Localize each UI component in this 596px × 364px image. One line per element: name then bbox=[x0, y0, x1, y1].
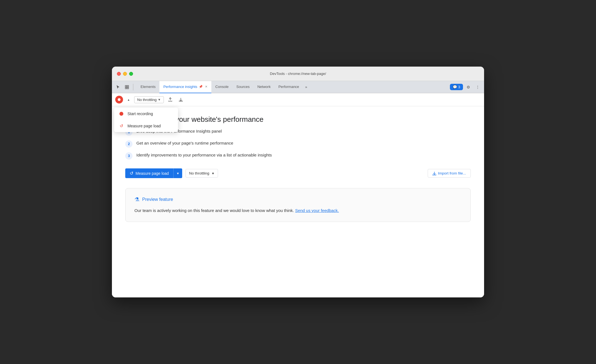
measure-page-load-item[interactable]: ↺ Measure page load bbox=[114, 120, 178, 132]
step-item: 3 Identify improvements to your performa… bbox=[125, 152, 471, 160]
download-icon[interactable] bbox=[177, 95, 185, 104]
record-caret-button[interactable]: ▲ bbox=[125, 96, 132, 103]
main-content: Get insights on your website's performan… bbox=[112, 106, 484, 297]
step-item: 2 Get an overview of your page's runtime… bbox=[125, 140, 471, 148]
chat-icon: 💬 bbox=[453, 85, 457, 89]
reload-btn-icon: ↺ bbox=[130, 171, 133, 176]
tab-console[interactable]: Console bbox=[211, 81, 232, 93]
more-tabs-button[interactable]: » bbox=[303, 85, 309, 89]
throttle-arrow-icon: ▼ bbox=[212, 172, 215, 175]
step-number-2: 2 bbox=[125, 140, 132, 148]
tab-elements[interactable]: Elements bbox=[137, 81, 159, 93]
record-indicator-icon bbox=[119, 111, 124, 117]
record-button[interactable] bbox=[115, 96, 123, 103]
svg-rect-2 bbox=[125, 87, 127, 89]
tab-close-icon[interactable]: ✕ bbox=[205, 85, 207, 89]
maximize-button[interactable] bbox=[129, 72, 133, 76]
dropdown-arrow-icon: ▼ bbox=[158, 98, 161, 101]
feedback-link[interactable]: Send us your feedback. bbox=[295, 208, 339, 213]
traffic-lights bbox=[117, 72, 133, 76]
actions-row: ↺ Measure page load ▼ No throttling ▼ Im… bbox=[125, 168, 471, 178]
close-button[interactable] bbox=[117, 72, 121, 76]
inspect-icon[interactable] bbox=[123, 83, 131, 91]
upload-icon[interactable] bbox=[166, 95, 174, 104]
window-title: DevTools - chrome://new-tab-page/ bbox=[270, 72, 326, 76]
preview-header: ⚗ Preview feature bbox=[134, 196, 462, 203]
cursor-icon[interactable] bbox=[114, 83, 122, 91]
tab-performance-insights[interactable]: Performance insights 📌 ✕ bbox=[159, 81, 211, 93]
step-text-3: Identify improvements to your performanc… bbox=[136, 152, 272, 158]
pin-icon: 📌 bbox=[199, 85, 203, 89]
tab-actions: 💬 3 ⚙ ⋮ bbox=[450, 83, 482, 91]
svg-rect-1 bbox=[127, 85, 129, 87]
start-recording-item[interactable]: Start recording bbox=[114, 108, 178, 120]
preview-feature-card: ⚗ Preview feature Our team is actively w… bbox=[125, 188, 471, 222]
devtools-window: DevTools - chrome://new-tab-page/ bbox=[112, 67, 484, 297]
settings-icon[interactable]: ⚙ bbox=[464, 83, 472, 91]
throttle-dropdown[interactable]: No throttling ▼ bbox=[134, 96, 164, 103]
svg-rect-0 bbox=[125, 85, 127, 87]
measure-page-load-button[interactable]: ↺ Measure page load bbox=[125, 168, 173, 178]
throttle-dropdown-main[interactable]: No throttling ▼ bbox=[186, 169, 218, 178]
record-dot bbox=[118, 98, 121, 101]
tab-performance[interactable]: Performance bbox=[274, 81, 303, 93]
toolbar: ▲ No throttling ▼ bbox=[112, 93, 484, 106]
devtools-body: Elements Performance insights 📌 ✕ Consol… bbox=[112, 81, 484, 297]
import-icon bbox=[432, 171, 436, 175]
titlebar: DevTools - chrome://new-tab-page/ bbox=[112, 67, 484, 81]
tab-divider bbox=[133, 84, 133, 90]
tab-icon-group bbox=[114, 83, 134, 91]
tab-bar: Elements Performance insights 📌 ✕ Consol… bbox=[112, 81, 484, 93]
feedback-chat-button[interactable]: 💬 3 bbox=[450, 84, 463, 90]
dropdown-menu: Start recording ↺ Measure page load bbox=[114, 108, 178, 132]
measure-btn-dropdown[interactable]: ▼ bbox=[173, 168, 182, 178]
tab-network[interactable]: Network bbox=[254, 81, 275, 93]
import-from-file-button[interactable]: Import from file... bbox=[428, 169, 471, 178]
more-options-icon[interactable]: ⋮ bbox=[474, 83, 482, 91]
minimize-button[interactable] bbox=[123, 72, 127, 76]
tab-sources[interactable]: Sources bbox=[232, 81, 254, 93]
measure-btn-group: ↺ Measure page load ▼ bbox=[125, 168, 182, 178]
preview-title: Preview feature bbox=[142, 197, 173, 202]
step-text-2: Get an overview of your page's runtime p… bbox=[136, 140, 233, 146]
svg-rect-3 bbox=[127, 87, 129, 89]
preview-body: Our team is actively working on this fea… bbox=[134, 207, 462, 214]
reload-indicator-icon: ↺ bbox=[119, 123, 124, 129]
step-number-3: 3 bbox=[125, 152, 132, 160]
flask-icon: ⚗ bbox=[134, 196, 139, 203]
step-list: 1 Dive deep into the Performance Insight… bbox=[125, 128, 471, 160]
